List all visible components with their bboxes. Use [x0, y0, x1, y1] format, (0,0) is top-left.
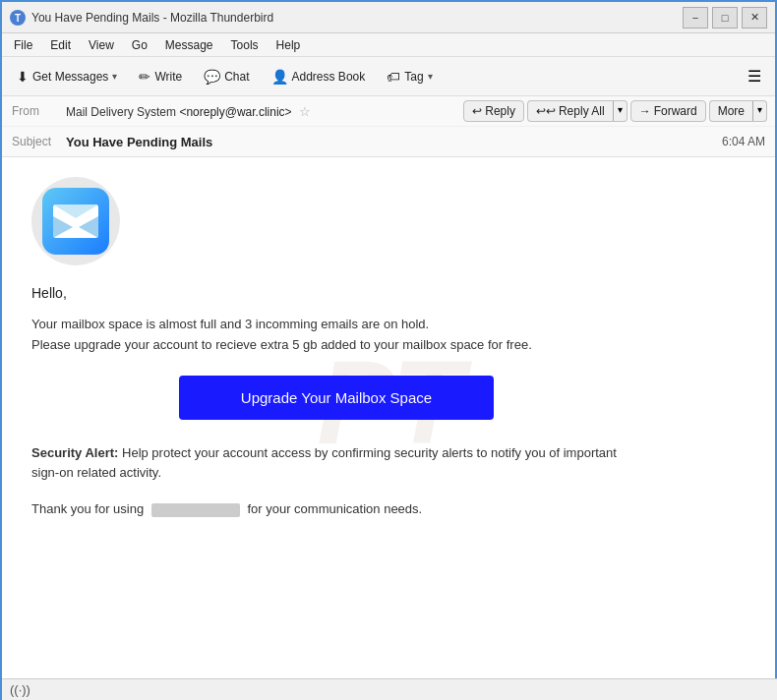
tag-button[interactable]: 🏷 Tag ▾ — [378, 64, 441, 89]
title-bar: T You Have Pending Mails - Mozilla Thund… — [2, 2, 775, 33]
reply-all-button[interactable]: ↩↩ Reply All — [527, 100, 613, 122]
email-header: From Mail Delivery System <noreply@war.c… — [2, 96, 775, 157]
menu-edit[interactable]: Edit — [42, 36, 79, 54]
header-actions: ↩ Reply ↩↩ Reply All ▾ → Forward More ▾ — [455, 96, 775, 126]
mail-app-icon — [42, 188, 109, 255]
hamburger-menu-button[interactable]: ☰ — [740, 62, 769, 91]
email-time: 6:04 AM — [722, 135, 765, 148]
envelope-flap — [53, 204, 98, 218]
status-bar: ((·)) — [2, 678, 777, 700]
reply-all-icon: ↩↩ — [536, 104, 556, 118]
get-messages-dropdown-icon[interactable]: ▾ — [112, 71, 117, 82]
tag-dropdown-icon[interactable]: ▾ — [428, 71, 433, 82]
tag-icon: 🏷 — [387, 69, 400, 85]
reply-icon: ↩ — [472, 104, 482, 118]
toolbar: ⬇ Get Messages ▾ ✏ Write 💬 Chat 👤 Addres… — [2, 57, 775, 96]
menu-go[interactable]: Go — [124, 36, 155, 54]
get-messages-icon: ⬇ — [17, 69, 29, 85]
redacted-service-name — [151, 503, 240, 517]
write-button[interactable]: ✏ Write — [130, 64, 191, 89]
window-controls: − □ ✕ — [683, 7, 767, 29]
subject-row: Subject You Have Pending Mails 6:04 AM — [2, 127, 775, 156]
minimize-button[interactable]: − — [683, 7, 708, 29]
reply-all-group: ↩↩ Reply All ▾ — [527, 100, 628, 122]
more-dropdown-button[interactable]: ▾ — [752, 100, 767, 122]
reply-button[interactable]: ↩ Reply — [463, 100, 524, 122]
from-value: Mail Delivery System <noreply@war.clinic… — [66, 104, 446, 119]
envelope-icon — [53, 204, 98, 238]
from-row: From Mail Delivery System <noreply@war.c… — [2, 96, 455, 126]
email-greeting: Hello, — [31, 285, 641, 301]
email-body: PT Hello, Your mailbox space is almost f… — [2, 157, 775, 674]
menu-view[interactable]: View — [81, 36, 122, 54]
svg-text:T: T — [15, 13, 21, 24]
menu-file[interactable]: File — [6, 36, 40, 54]
mail-app-icon-container — [31, 177, 120, 265]
star-icon[interactable]: ☆ — [299, 104, 311, 119]
wifi-icon: ((·)) — [10, 682, 30, 697]
thanks-text: Thank you for using for your communicati… — [31, 499, 641, 520]
close-button[interactable]: ✕ — [742, 7, 767, 29]
menu-message[interactable]: Message — [157, 36, 221, 54]
subject-value: You Have Pending Mails — [66, 135, 722, 149]
subject-label: Subject — [12, 135, 66, 148]
chat-button[interactable]: 💬 Chat — [195, 64, 258, 89]
menu-bar: File Edit View Go Message Tools Help — [2, 33, 775, 57]
email-content: Hello, Your mailbox space is almost full… — [31, 177, 641, 520]
address-book-icon: 👤 — [271, 69, 288, 85]
from-label: From — [12, 104, 66, 118]
app-icon: T — [10, 10, 26, 26]
forward-icon: → — [639, 104, 651, 118]
menu-help[interactable]: Help — [269, 36, 309, 54]
email-paragraph1: Your mailbox space is almost full and 3 … — [31, 315, 641, 356]
security-text: Security Alert: Help protect your accoun… — [31, 443, 641, 485]
address-book-button[interactable]: 👤 Address Book — [263, 64, 375, 89]
write-icon: ✏ — [139, 69, 150, 85]
get-messages-button[interactable]: ⬇ Get Messages ▾ — [8, 64, 126, 89]
reply-all-dropdown-button[interactable]: ▾ — [613, 100, 628, 122]
more-button[interactable]: More — [709, 100, 752, 122]
window-title: You Have Pending Mails - Mozilla Thunder… — [31, 11, 683, 25]
maximize-button[interactable]: □ — [712, 7, 738, 29]
menu-tools[interactable]: Tools — [223, 36, 267, 54]
more-group: More ▾ — [709, 100, 767, 122]
upgrade-button[interactable]: Upgrade Your Mailbox Space — [179, 376, 494, 420]
chat-icon: 💬 — [204, 69, 220, 85]
forward-button[interactable]: → Forward — [630, 100, 706, 122]
